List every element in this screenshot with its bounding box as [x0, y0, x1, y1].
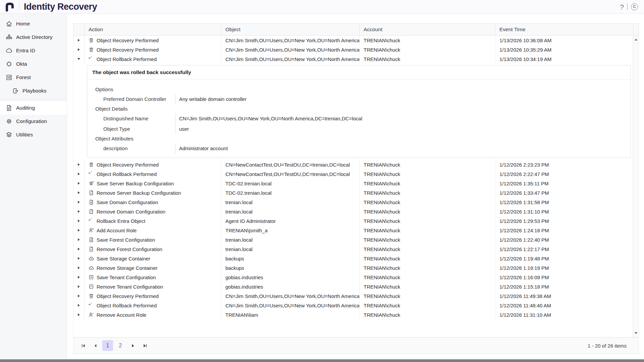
- sidebar-item-utilities[interactable]: Utilities: [0, 128, 67, 141]
- table-row[interactable]: Object Rollback Performed CN=Jim Smith,O…: [73, 301, 633, 310]
- sidebar-item-okta[interactable]: Okta: [0, 57, 67, 71]
- account-cell: TRENIAN\chuck: [360, 263, 495, 273]
- table-row[interactable]: Remove Account Role TRENIAN\liam TRENIAN…: [73, 310, 633, 319]
- help-icon[interactable]: ?: [620, 3, 624, 10]
- sidebar-item-configuration[interactable]: Configuration: [0, 115, 67, 128]
- cloud-minus-icon: [89, 265, 94, 270]
- account-cell: TRENIAN\chuck: [360, 254, 495, 263]
- table-row[interactable]: Object Recovery Performed CN=Jim Smith,O…: [73, 36, 633, 45]
- sidebar-item-auditing[interactable]: Auditing: [0, 101, 67, 115]
- table-row[interactable]: Object Recovery Performed CN=Jim Smith,O…: [73, 291, 633, 301]
- table-row[interactable]: Save Storage Container backups TRENIAN\c…: [73, 254, 633, 263]
- expander-arrow-icon: [78, 266, 80, 269]
- action-label: Remove Domain Configuration: [97, 209, 165, 215]
- row-expander[interactable]: [73, 235, 85, 244]
- sidebar-item-playbooks[interactable]: Playbooks: [0, 84, 67, 98]
- appbar-divider: [627, 3, 628, 10]
- row-expander[interactable]: [73, 160, 85, 169]
- table-row[interactable]: Object Recovery Performed CN=NewContactT…: [73, 160, 633, 169]
- table-row[interactable]: Remove Server Backup Configuration TDC-0…: [73, 188, 633, 197]
- action-label: Remove Account Role: [97, 312, 146, 318]
- row-expander[interactable]: [73, 263, 85, 273]
- table-row[interactable]: Save Domain Configuration trenian.local …: [73, 197, 633, 207]
- event-time-cell: 1/12/2026 11:31:10 AM: [495, 310, 633, 319]
- detail-field-row: Distinguished Name CN=Jim Smith,OU=Users…: [87, 113, 631, 124]
- event-time-cell: 1/12/2026 1:24:18 PM: [495, 226, 633, 235]
- row-expander[interactable]: [73, 179, 85, 188]
- vertical-scrollbar[interactable]: [633, 36, 639, 337]
- row-expander[interactable]: [73, 226, 85, 235]
- object-cell: gobias.industries: [221, 273, 360, 282]
- table-row[interactable]: Rollback Entra Object Agent ID Administr…: [73, 216, 633, 226]
- table-row[interactable]: Save Tenant Configuration gobias.industr…: [73, 273, 633, 282]
- header-event-time[interactable]: Event Time: [495, 24, 633, 35]
- row-expander[interactable]: [73, 188, 85, 197]
- sidebar-item-entra-id[interactable]: Entra ID: [0, 44, 67, 57]
- row-expander[interactable]: [73, 54, 85, 64]
- bottom-strip: [0, 359, 644, 362]
- object-cell: TDC-02.trenian.local: [221, 188, 360, 197]
- page-button-2[interactable]: 2: [115, 340, 126, 351]
- table-row[interactable]: Remove Domain Configuration trenian.loca…: [73, 207, 633, 216]
- row-expander[interactable]: [73, 36, 85, 45]
- sidebar-item-active-directory[interactable]: Active Directory: [0, 31, 67, 44]
- recovery-icon: [89, 162, 94, 167]
- expander-arrow-icon: [78, 48, 80, 51]
- action-label: Object Rollback Performed: [97, 56, 157, 62]
- table-row[interactable]: Object Rollback Performed CN=NewContactT…: [73, 169, 633, 179]
- event-time-cell: 1/12/2026 11:48:40 AM: [495, 301, 633, 310]
- row-expander[interactable]: [73, 273, 85, 282]
- object-cell: trenian.local: [221, 235, 360, 244]
- action-label: Remove Forest Configuration: [97, 246, 162, 252]
- section-heading-object-attributes: Object Attributes: [87, 134, 631, 143]
- row-expander[interactable]: [73, 301, 85, 310]
- row-expander[interactable]: [73, 197, 85, 207]
- sidebar-item-home[interactable]: Home: [0, 17, 67, 31]
- row-expander[interactable]: [73, 291, 85, 301]
- event-time-cell: 1/13/2026 10:34:19 AM: [495, 54, 633, 64]
- row-expander[interactable]: [73, 282, 85, 291]
- table-row[interactable]: Add Account Role TRENIAN\jsmith_a TRENIA…: [73, 226, 633, 235]
- page-minus-icon: [89, 209, 94, 214]
- table-row[interactable]: Remove Storage Container backups TRENIAN…: [73, 263, 633, 273]
- row-expander[interactable]: [73, 169, 85, 179]
- scroll-up-arrow-icon[interactable]: [633, 37, 639, 42]
- sidebar-item-forest[interactable]: Forest: [0, 71, 67, 84]
- header-account[interactable]: Account: [360, 24, 495, 35]
- event-time-cell: 1/12/2026 1:33:47 PM: [495, 188, 633, 197]
- table-row[interactable]: Remove Tenant Configuration gobias.indus…: [73, 282, 633, 291]
- action-label: Add Account Role: [97, 228, 137, 233]
- header-action[interactable]: Action: [85, 24, 221, 35]
- row-expander[interactable]: [73, 254, 85, 263]
- previous-page-button[interactable]: [90, 341, 100, 351]
- expander-arrow-icon: [78, 313, 80, 316]
- table-row[interactable]: Object Rollback Performed CN=Jim Smith,O…: [73, 54, 633, 64]
- first-page-button[interactable]: [78, 341, 88, 351]
- row-expander[interactable]: [73, 310, 85, 319]
- row-expander[interactable]: [73, 207, 85, 216]
- header-object[interactable]: Object: [221, 24, 360, 35]
- action-label: Object Recovery Performed: [97, 38, 159, 43]
- object-cell: gobias.industries: [221, 282, 360, 291]
- scroll-down-arrow-icon[interactable]: [633, 330, 639, 336]
- row-expander[interactable]: [73, 45, 85, 54]
- row-expander[interactable]: [73, 216, 85, 226]
- last-page-button[interactable]: [140, 341, 150, 351]
- active-directory-icon: [6, 34, 12, 41]
- expander-arrow-icon: [78, 220, 80, 222]
- person-plus-icon: [89, 228, 94, 233]
- row-expander[interactable]: [73, 244, 85, 254]
- table-row[interactable]: Save Forest Configuration trenian.local …: [73, 235, 633, 244]
- object-cell: CN=Jim Smith,OU=Users,OU=New York,OU=Nor…: [221, 45, 360, 54]
- page-minus-icon: [89, 190, 94, 195]
- next-page-button[interactable]: [128, 341, 138, 351]
- table-row[interactable]: Object Recovery Performed CN=Jim Smith,O…: [73, 45, 633, 54]
- page-button-1[interactable]: 1: [102, 340, 113, 351]
- user-badge-icon[interactable]: C: [631, 3, 638, 10]
- expander-arrow-icon: [78, 238, 80, 241]
- event-time-cell: 1/13/2026 10:35:29 AM: [495, 45, 633, 54]
- table-row[interactable]: Remove Forest Configuration trenian.loca…: [73, 244, 633, 254]
- expander-arrow-icon: [78, 257, 80, 260]
- rollback-icon: [89, 218, 94, 224]
- table-row[interactable]: Save Server Backup Configuration TDC-02.…: [73, 179, 633, 188]
